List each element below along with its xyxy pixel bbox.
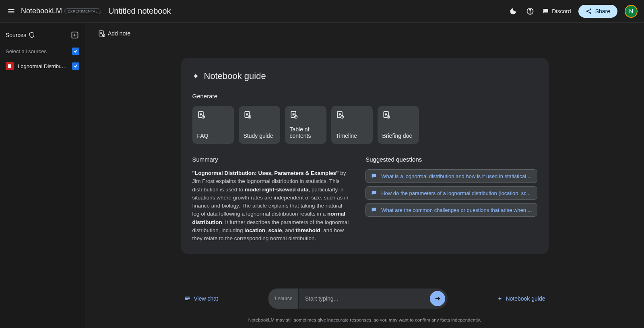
card-label: Study guide <box>244 133 275 139</box>
send-button[interactable] <box>430 291 445 306</box>
svg-rect-6 <box>8 64 11 68</box>
discord-label: Discord <box>552 8 571 15</box>
chat-icon <box>371 190 377 196</box>
pdf-icon <box>6 62 14 70</box>
doc-icon <box>244 111 252 119</box>
svg-point-3 <box>586 10 588 12</box>
card-label: FAQ <box>197 133 229 139</box>
app-logo: NotebookLM <box>21 7 62 15</box>
sparkle-icon: ✦ <box>497 295 502 302</box>
experimental-badge: EXPERIMENTAL <box>64 8 101 14</box>
source-item[interactable]: Lognormal Distributio... <box>6 62 79 70</box>
svg-rect-20 <box>185 298 190 299</box>
share-label: Share <box>595 8 610 15</box>
generate-timeline-card[interactable]: Timeline <box>331 106 373 144</box>
suggested-question[interactable]: How do the parameters of a lognormal dis… <box>365 186 537 200</box>
guide-title: Notebook guide <box>204 71 266 81</box>
notebook-guide-button[interactable]: ✦ Notebook guide <box>497 295 545 302</box>
sparkle-icon: ✦ <box>192 71 199 81</box>
main-area: Add note ✦ Notebook guide Generate FAQ S… <box>85 23 644 328</box>
source-name: Lognormal Distributio... <box>18 63 68 69</box>
add-source-button[interactable] <box>70 31 79 39</box>
avatar[interactable]: N <box>625 5 638 18</box>
doc-icon <box>336 111 344 119</box>
chat-input-container: 1 source <box>268 289 448 309</box>
sidebar: Sources Select all sources Lognormal Dis… <box>0 23 85 328</box>
source-checkbox[interactable] <box>72 62 79 70</box>
chat-icon <box>371 173 377 179</box>
discord-link[interactable]: Discord <box>542 8 571 15</box>
svg-point-4 <box>590 12 591 14</box>
hamburger-menu-icon[interactable] <box>6 6 16 16</box>
share-button[interactable]: Share <box>578 5 617 18</box>
generate-label: Generate <box>192 93 537 100</box>
top-bar: NotebookLM EXPERIMENTAL Untitled noteboo… <box>0 0 644 23</box>
card-label: Timeline <box>336 133 368 139</box>
card-label: Briefing doc <box>382 133 414 139</box>
disclaimer-text: NotebookLM may still sometimes give inac… <box>248 318 481 322</box>
chat-icon <box>184 295 191 302</box>
svg-rect-21 <box>185 299 188 300</box>
card-label: Table of contents <box>290 126 322 139</box>
select-all-checkbox[interactable] <box>72 48 79 55</box>
add-note-button[interactable]: Add note <box>98 30 130 37</box>
sources-label: Sources <box>6 32 26 38</box>
chat-icon <box>371 207 377 213</box>
bottom-bar: View chat 1 source ✦ Notebook guide Note… <box>85 283 644 322</box>
question-text: What are the common challenges or questi… <box>381 207 532 213</box>
doc-icon <box>290 111 298 119</box>
dark-mode-icon[interactable] <box>508 6 518 16</box>
shield-icon <box>29 32 35 38</box>
svg-point-1 <box>530 12 530 13</box>
notebook-guide-card: ✦ Notebook guide Generate FAQ Study guid… <box>181 58 549 254</box>
generate-toc-card[interactable]: Table of contents <box>285 106 326 144</box>
doc-icon <box>197 111 205 119</box>
help-icon[interactable] <box>525 6 535 16</box>
summary-body: "Lognormal Distribution: Uses, Parameter… <box>192 169 350 243</box>
generate-briefing-doc-card[interactable]: Briefing doc <box>378 106 419 144</box>
add-note-label: Add note <box>108 30 130 37</box>
select-all-label[interactable]: Select all sources <box>6 48 47 54</box>
svg-rect-19 <box>185 297 190 297</box>
view-chat-label: View chat <box>194 295 218 302</box>
notebook-title[interactable]: Untitled notebook <box>108 6 171 16</box>
svg-point-2 <box>590 8 591 10</box>
suggested-question[interactable]: What is a lognormal distribution and how… <box>365 169 537 183</box>
view-chat-button[interactable]: View chat <box>184 295 218 302</box>
summary-title: Summary <box>192 156 350 163</box>
arrow-right-icon <box>434 295 441 302</box>
notebook-guide-label: Notebook guide <box>506 295 545 302</box>
suggested-question[interactable]: What are the common challenges or questi… <box>365 203 537 217</box>
generate-study-guide-card[interactable]: Study guide <box>239 106 280 144</box>
source-count-badge[interactable]: 1 source <box>268 289 299 309</box>
question-text: How do the parameters of a lognormal dis… <box>381 190 530 196</box>
suggested-questions-title: Suggested questions <box>365 156 537 163</box>
chat-input[interactable] <box>299 295 430 302</box>
generate-faq-card[interactable]: FAQ <box>192 106 234 144</box>
question-text: What is a lognormal distribution and how… <box>381 173 532 179</box>
avatar-letter: N <box>629 8 633 15</box>
doc-icon <box>382 111 390 119</box>
